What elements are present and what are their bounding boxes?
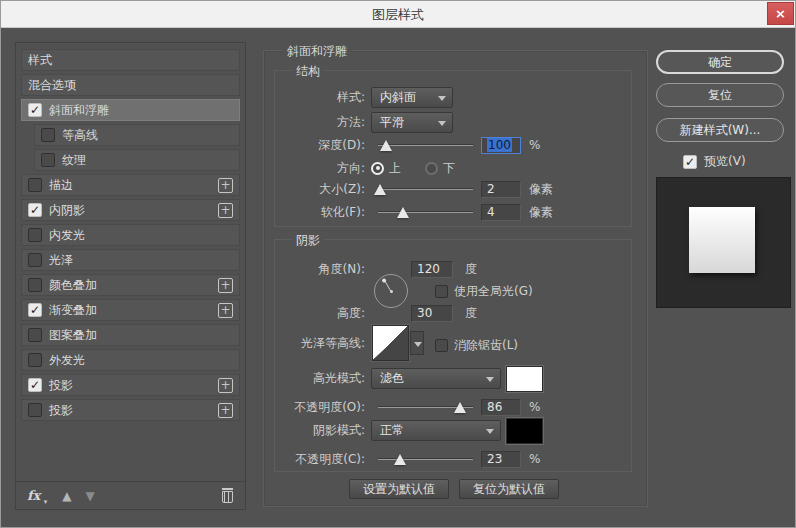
angle-input[interactable]: 120 bbox=[411, 261, 453, 278]
altitude-input[interactable]: 30 bbox=[411, 305, 453, 322]
sidebar-item-contour[interactable]: 等高线 bbox=[34, 124, 240, 146]
checkbox-icon[interactable] bbox=[28, 403, 42, 417]
shadow-mode-select[interactable]: 正常 bbox=[371, 420, 501, 441]
sidebar-item-label: 等高线 bbox=[62, 127, 98, 144]
checkbox-icon[interactable] bbox=[41, 153, 55, 167]
structure-group: 结构 样式: 内斜面 方法: 平滑 深度(D): bbox=[274, 70, 632, 227]
anti-aliased-checkbox[interactable] bbox=[435, 339, 448, 352]
highlight-opacity-input[interactable]: 86 bbox=[481, 399, 521, 416]
checkbox-checked-icon[interactable] bbox=[28, 378, 42, 392]
add-effect-icon[interactable] bbox=[218, 378, 233, 393]
sidebar-item-inner-shadow[interactable]: 内阴影 bbox=[21, 199, 240, 221]
move-effect-up-icon[interactable]: ▲ bbox=[62, 489, 71, 503]
reset-default-button[interactable]: 复位为默认值 bbox=[459, 479, 559, 499]
shadow-opacity-label: 不透明度(C): bbox=[275, 451, 371, 468]
soften-unit: 像素 bbox=[529, 204, 553, 221]
add-effect-icon[interactable] bbox=[218, 278, 233, 293]
checkbox-icon[interactable] bbox=[28, 253, 42, 267]
close-icon[interactable]: × bbox=[767, 2, 794, 25]
ok-button[interactable]: 确定 bbox=[656, 50, 784, 74]
checkbox-icon[interactable] bbox=[28, 353, 42, 367]
highlight-color-swatch[interactable] bbox=[506, 366, 543, 392]
highlight-mode-value: 滤色 bbox=[380, 371, 404, 385]
soften-slider-thumb[interactable] bbox=[397, 207, 409, 218]
titlebar[interactable]: 图层样式 × bbox=[1, 1, 795, 28]
sidebar-item-label: 渐变叠加 bbox=[49, 302, 97, 319]
effects-sidebar: 样式 混合选项 斜面和浮雕 等高线 纹理 bbox=[15, 42, 246, 510]
panel-title: 斜面和浮雕 bbox=[282, 43, 352, 60]
soften-slider[interactable] bbox=[378, 204, 473, 220]
shadow-color-swatch[interactable] bbox=[506, 418, 543, 444]
shadow-opacity-input[interactable]: 23 bbox=[481, 451, 521, 468]
sidebar-item-satin[interactable]: 光泽 bbox=[21, 249, 240, 271]
sidebar-item-stroke[interactable]: 描边 bbox=[21, 174, 240, 196]
technique-select[interactable]: 平滑 bbox=[371, 112, 453, 133]
direction-label: 方向: bbox=[275, 160, 371, 177]
direction-up-label: 上 bbox=[389, 160, 401, 177]
highlight-opacity-slider[interactable] bbox=[378, 399, 473, 415]
preview-style-chip bbox=[689, 207, 755, 273]
add-effect-icon[interactable] bbox=[218, 303, 233, 318]
sidebar-item-label: 内阴影 bbox=[49, 202, 85, 219]
reset-button[interactable]: 复位 bbox=[656, 83, 784, 107]
sidebar-item-blending-options[interactable]: 混合选项 bbox=[21, 74, 240, 96]
add-effect-icon[interactable] bbox=[218, 203, 233, 218]
contour-dropdown-arrow-icon[interactable] bbox=[410, 331, 424, 355]
checkbox-icon[interactable] bbox=[41, 128, 55, 142]
checkbox-checked-icon[interactable] bbox=[28, 203, 42, 217]
angle-unit: 度 bbox=[465, 261, 477, 278]
size-slider[interactable] bbox=[378, 181, 473, 197]
gloss-contour-picker[interactable] bbox=[372, 325, 409, 361]
sidebar-item-label: 描边 bbox=[49, 177, 73, 194]
checkbox-icon[interactable] bbox=[28, 178, 42, 192]
size-slider-thumb[interactable] bbox=[374, 184, 386, 195]
sidebar-item-texture[interactable]: 纹理 bbox=[34, 149, 240, 171]
checkbox-icon[interactable] bbox=[28, 228, 42, 242]
direction-up-radio[interactable] bbox=[371, 162, 384, 175]
direction-down-radio[interactable] bbox=[425, 162, 438, 175]
style-value: 内斜面 bbox=[380, 90, 416, 104]
sidebar-item-bevel-emboss[interactable]: 斜面和浮雕 bbox=[21, 99, 240, 121]
shadow-opacity-slider[interactable] bbox=[378, 451, 473, 467]
highlight-opacity-slider-thumb[interactable] bbox=[454, 402, 466, 413]
style-select[interactable]: 内斜面 bbox=[371, 87, 453, 108]
sidebar-item-pattern-overlay[interactable]: 图案叠加 bbox=[21, 324, 240, 346]
highlight-mode-label: 高光模式: bbox=[275, 370, 371, 387]
sidebar-item-outer-glow[interactable]: 外发光 bbox=[21, 349, 240, 371]
sidebar-item-drop-shadow-2[interactable]: 投影 bbox=[21, 399, 240, 421]
checkbox-checked-icon[interactable] bbox=[28, 303, 42, 317]
sidebar-item-gradient-overlay[interactable]: 渐变叠加 bbox=[21, 299, 240, 321]
preview-checkbox[interactable] bbox=[683, 155, 697, 169]
layer-style-dialog: 图层样式 × 样式 混合选项 斜面和浮雕 等高线 bbox=[0, 0, 796, 528]
sidebar-item-inner-glow[interactable]: 内发光 bbox=[21, 224, 240, 246]
set-default-button[interactable]: 设置为默认值 bbox=[349, 479, 449, 499]
depth-input[interactable]: 100 bbox=[481, 137, 521, 154]
sidebar-item-drop-shadow[interactable]: 投影 bbox=[21, 374, 240, 396]
checkbox-icon[interactable] bbox=[28, 278, 42, 292]
sidebar-item-styles[interactable]: 样式 bbox=[21, 49, 240, 71]
highlight-opacity-unit: % bbox=[529, 400, 540, 414]
add-effect-icon[interactable] bbox=[218, 178, 233, 193]
shadow-opacity-unit: % bbox=[529, 452, 540, 466]
highlight-mode-select[interactable]: 滤色 bbox=[371, 368, 501, 389]
shadow-opacity-slider-thumb[interactable] bbox=[394, 454, 406, 465]
size-input[interactable]: 2 bbox=[481, 181, 521, 198]
shading-group: 阴影 角度(N): 120 度 使用全局光(G) 高 bbox=[274, 239, 632, 472]
add-effect-icon[interactable] bbox=[218, 403, 233, 418]
move-effect-down-icon[interactable]: ▼ bbox=[86, 489, 95, 503]
sidebar-item-color-overlay[interactable]: 颜色叠加 bbox=[21, 274, 240, 296]
fx-menu-icon[interactable]: fx bbox=[27, 488, 40, 503]
new-style-button[interactable]: 新建样式(W)... bbox=[656, 118, 784, 142]
sidebar-item-label: 样式 bbox=[28, 52, 52, 69]
direction-down-label: 下 bbox=[443, 160, 455, 177]
delete-effect-icon[interactable] bbox=[221, 488, 234, 503]
depth-slider-thumb[interactable] bbox=[380, 140, 392, 151]
checkbox-checked-icon[interactable] bbox=[28, 103, 42, 117]
highlight-opacity-label: 不透明度(O): bbox=[275, 399, 371, 416]
depth-slider[interactable] bbox=[378, 137, 473, 153]
size-unit: 像素 bbox=[529, 181, 553, 198]
checkbox-icon[interactable] bbox=[28, 328, 42, 342]
soften-input[interactable]: 4 bbox=[481, 204, 521, 221]
structure-legend: 结构 bbox=[291, 63, 325, 80]
use-global-light-checkbox[interactable] bbox=[435, 285, 448, 298]
